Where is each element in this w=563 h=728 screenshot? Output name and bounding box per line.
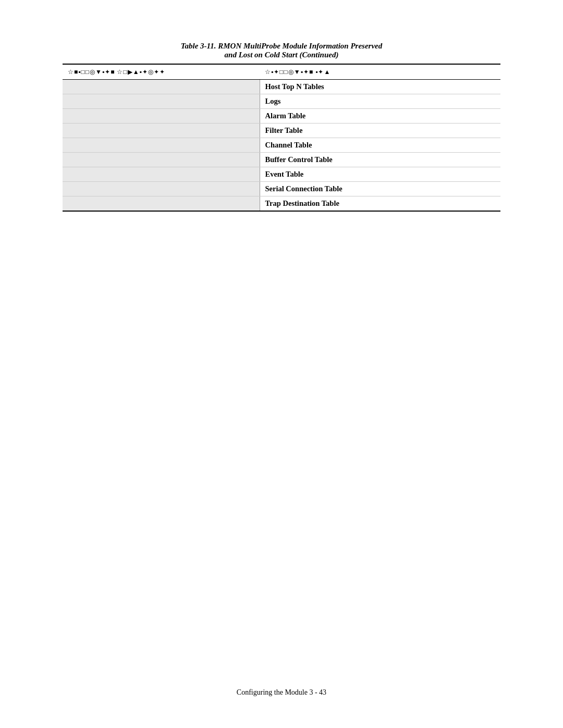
header-col-right: ☆▪✦□□◎▼▪✦■ ▪✦▲ [260, 64, 500, 80]
table-cell-left [63, 138, 260, 153]
table-cell-left [63, 109, 260, 124]
table-row: Channel Table [63, 138, 500, 153]
table-title: Table 3-11. RMON MultiProbe Module Infor… [63, 42, 500, 59]
table-cell-left [63, 182, 260, 196]
header-symbols-left: ☆■▪□□◎▼▪✦■ ☆□▶▲▪✦◎✦✦ [68, 68, 165, 76]
table-title-line2: and Lost on Cold Start (Continued) [63, 51, 500, 59]
table-cell-right: Serial Connection Table [260, 182, 500, 196]
table-cell-right: Host Top N Tables [260, 80, 500, 94]
table-cell-right: Event Table [260, 167, 500, 182]
header-symbols-right: ☆▪✦□□◎▼▪✦■ ▪✦▲ [265, 68, 331, 76]
table-row: Buffer Control Table [63, 153, 500, 167]
table-cell-left [63, 80, 260, 94]
table-cell-left [63, 196, 260, 212]
table-row: Serial Connection Table [63, 182, 500, 196]
table-row: Filter Table [63, 124, 500, 138]
page-container: Table 3-11. RMON MultiProbe Module Infor… [0, 0, 563, 728]
table-cell-right: Buffer Control Table [260, 153, 500, 167]
table-cell-right: Channel Table [260, 138, 500, 153]
table-cell-left [63, 94, 260, 109]
table-cell-right: Alarm Table [260, 109, 500, 124]
table-cell-left [63, 124, 260, 138]
table-cell-right: Logs [260, 94, 500, 109]
table-row: Trap Destination Table [63, 196, 500, 212]
table-title-line1: Table 3-11. RMON MultiProbe Module Infor… [63, 42, 500, 51]
header-col-left: ☆■▪□□◎▼▪✦■ ☆□▶▲▪✦◎✦✦ [63, 64, 260, 80]
table-row: Logs [63, 94, 500, 109]
table-cell-right: Filter Table [260, 124, 500, 138]
table-cell-left [63, 153, 260, 167]
main-table: ☆■▪□□◎▼▪✦■ ☆□▶▲▪✦◎✦✦ ☆▪✦□□◎▼▪✦■ ▪✦▲ Host… [63, 64, 500, 212]
table-cell-right: Trap Destination Table [260, 196, 500, 212]
table-row: Host Top N Tables [63, 80, 500, 94]
footer-text: Configuring the Module 3 - 43 [0, 688, 563, 697]
table-cell-left [63, 167, 260, 182]
table-row: Alarm Table [63, 109, 500, 124]
table-row: Event Table [63, 167, 500, 182]
